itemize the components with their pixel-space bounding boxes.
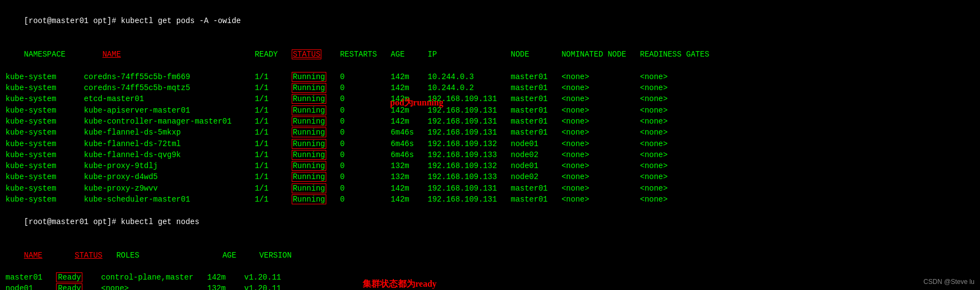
pod-row-9: kube-system kube-proxy-9tdlj 1/1 Running… [5,160,975,171]
pod-row-7: kube-system kube-flannel-ds-72tml 1/1 Ru… [5,138,975,149]
status-running-5: Running [292,116,326,126]
nodes-header-status: STATUS [75,251,102,260]
nodes-header-gap1 [42,251,75,260]
command-line-2: [root@master01 opt]# kubectl get nodes [5,205,975,238]
pods-header-more: RESTARTS AGE IP NODE NOMINATED NODE READ… [321,50,709,59]
nodes-header-gap2: ROLES AGE VERSION [102,251,291,260]
node-row-1: master01 Ready control-plane,master 142m… [5,272,975,283]
pods-header-row: NAMESPACE NAME READY STATUS RESTARTS AGE… [5,38,975,71]
pod-row-1: kube-system coredns-74ff55c5b-fm669 1/1 … [5,71,975,82]
status-running-3: Running [292,94,326,104]
annotation-ready: 集群状态都为ready [363,277,437,290]
status-running-8: Running [292,150,326,160]
status-running-7: Running [292,139,326,149]
terminal-window: [root@master01 opt]# kubectl get pods -A… [5,4,975,290]
status-running-4: Running [292,105,326,115]
prompt-2: [root@master01 opt]# kubectl get nodes [24,217,199,226]
pod-row-5: kube-system kube-controller-manager-mast… [5,116,975,127]
status-running-1: Running [292,72,326,82]
status-ready-1: Ready [56,272,82,282]
status-ready-2: Ready [56,283,82,290]
pod-row-6: kube-system kube-flannel-ds-5mkxp 1/1 Ru… [5,127,975,138]
status-running-10: Running [292,172,326,182]
pod-row-2: kube-system coredns-74ff55c5b-mqtz5 1/1 … [5,82,975,93]
nodes-table: master01 Ready control-plane,master 142m… [5,272,975,290]
pod-row-8: kube-system kube-flannel-ds-qvg9k 1/1 Ru… [5,149,975,160]
pod-row-10: kube-system kube-proxy-d4wd5 1/1 Running… [5,171,975,182]
watermark: CSDN @Steve lu [923,277,975,287]
node-row-2: node01 Ready <none> 132m v1.20.11 [5,283,975,290]
pods-header-name: NAME [102,50,121,59]
pods-header-status: STATUS [292,49,321,59]
status-running-12: Running [292,194,326,204]
status-running-2: Running [292,83,326,93]
pods-table: kube-system coredns-74ff55c5b-fm669 1/1 … [5,71,975,205]
status-running-6: Running [292,127,326,137]
pod-row-3: kube-system etcd-master01 1/1 Running 0 … [5,93,975,104]
nodes-header-row: NAME STATUS ROLES AGE VERSION [5,238,975,272]
command-line-1: [root@master01 opt]# kubectl get pods -A… [5,4,975,38]
pods-header-rest: READY [121,50,292,59]
pod-row-11: kube-system kube-proxy-z9wvv 1/1 Running… [5,183,975,194]
prompt-1: [root@master01 opt]# kubectl get pods -A… [24,16,241,25]
pod-row-4: kube-system kube-apiserver-master01 1/1 … [5,105,975,116]
pods-header-namespace: NAMESPACE [24,50,103,59]
status-running-11: Running [292,183,326,193]
nodes-header-name: NAME [24,251,43,260]
annotation-running: pod为running [390,96,443,109]
status-running-9: Running [292,161,326,171]
pod-row-12: kube-system kube-scheduler-master01 1/1 … [5,194,975,205]
